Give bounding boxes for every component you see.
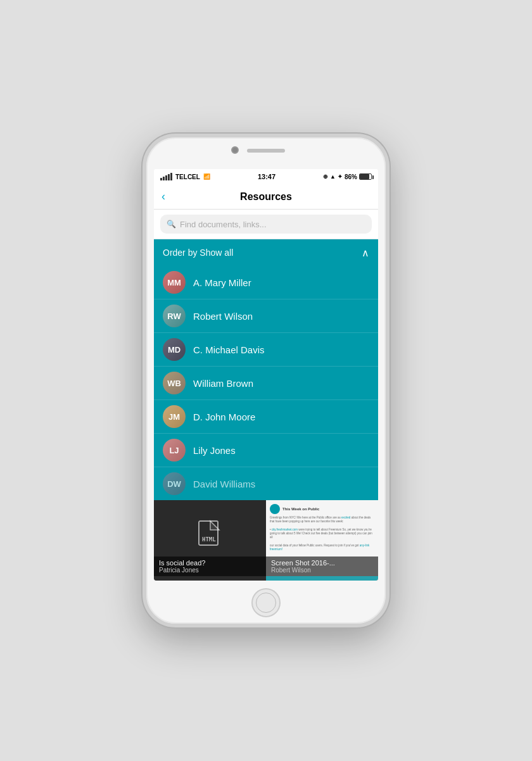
paris-overlay: I know where I'm going. Find the beautif… [266,576,378,581]
contact-name: Lily Jones [193,445,236,456]
page-title: Resources [240,191,292,203]
wifi-icon: 📶 [203,173,210,180]
avatar: WB [163,372,186,394]
search-placeholder: Find documents, links... [180,220,267,229]
contact-name: C. Michael Davis [193,344,265,355]
chevron-up-icon: ∧ [362,247,369,259]
list-item[interactable]: RW Robert Wilson [154,299,378,333]
resource-title: Screen Shot 2016-... [271,559,373,567]
list-item[interactable]: DW David Williams [154,467,378,500]
resources-grid: HTML Is social dead? Patricia Jones This… [154,500,378,581]
status-bar: TELCEL 📶 13:47 ⊕ ▲ ✦ 86% [154,169,378,184]
list-item[interactable]: MM A. Mary Miller [154,266,378,299]
resource-card[interactable]: HTML [154,576,266,581]
status-time: 13:47 [258,173,276,180]
carrier-name: TELCEL [175,173,200,180]
resource-title: Is social dead? [159,559,261,567]
dropdown-header[interactable]: Order by Show all ∧ [154,239,378,266]
contact-name: William Brown [193,378,253,389]
contact-name: A. Mary Miller [193,277,251,288]
phone-screen: TELCEL 📶 13:47 ⊕ ▲ ✦ 86% ‹ Resources 🔍 [154,169,378,581]
status-right: ⊕ ▲ ✦ 86% [323,173,372,180]
contact-name: David Williams [193,479,255,489]
resource-card[interactable]: HTML Is social dead? Patricia Jones [154,500,266,576]
resource-card[interactable]: I know where I'm going. Find the beautif… [266,576,378,581]
contact-list: MM A. Mary Miller RW Robert Wilson MD C.… [154,266,378,500]
arrow-icon: ▲ [330,173,336,180]
html-file-icon: HTML [198,520,223,554]
resource-card[interactable]: This Week on Public Greetings from NYC! … [266,500,378,576]
resource-card-info: Screen Shot 2016-... Robert Wilson [266,557,378,576]
resource-author: Patricia Jones [159,567,261,574]
search-input-wrap[interactable]: 🔍 Find documents, links... [160,215,372,234]
search-bar: 🔍 Find documents, links... [154,210,378,239]
status-left: TELCEL 📶 [160,173,210,180]
list-item[interactable]: MD C. Michael Davis [154,333,378,367]
contact-name: Robert Wilson [193,311,253,322]
bluetooth-icon: ✦ [338,173,343,180]
battery-percent: 86% [345,173,357,180]
svg-text:HTML: HTML [202,536,216,543]
paris-overlay-text: I know where I'm going. [271,580,373,581]
camera [231,146,239,154]
resource-card-info: Is social dead? Patricia Jones [154,557,266,576]
list-item[interactable]: LJ Lily Jones [154,434,378,467]
avatar: MD [163,338,186,361]
list-item[interactable]: JM D. John Moore [154,400,378,434]
contact-name: D. John Moore [193,412,255,422]
resource-author: Robert Wilson [271,567,373,574]
back-button[interactable]: ‹ [162,190,165,203]
nav-bar: ‹ Resources [154,184,378,210]
list-item[interactable]: WB William Brown [154,367,378,400]
avatar: DW [163,472,186,495]
avatar: LJ [163,439,186,462]
dropdown-label: Order by Show all [163,248,233,258]
speaker [247,149,285,153]
phone-frame: TELCEL 📶 13:47 ⊕ ▲ ✦ 86% ‹ Resources 🔍 [142,134,390,627]
location-icon: ⊕ [323,173,328,180]
home-button[interactable] [251,588,281,617]
battery-icon [359,173,372,180]
avatar: JM [163,405,186,428]
avatar: RW [163,305,186,327]
avatar: MM [163,271,186,294]
signal-icon [160,173,172,180]
search-icon: 🔍 [167,220,176,229]
